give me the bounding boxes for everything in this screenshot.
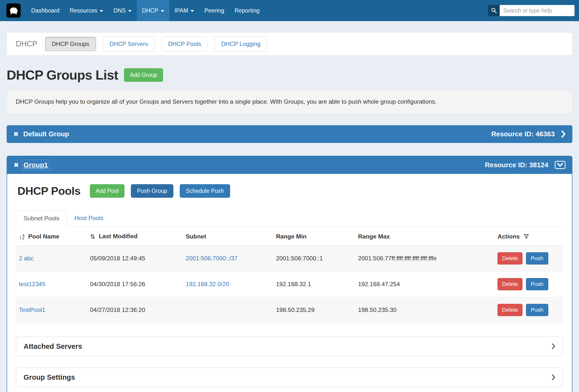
subnet-link[interactable]: 2001:506:7000::/37 xyxy=(186,255,238,262)
group-bar-default-group[interactable]: ✖ Default Group Resource ID: 46363 xyxy=(7,125,572,143)
dhcp-subnav: DHCP DHCP Groups DHCP Servers DHCP Pools… xyxy=(7,32,572,56)
nav-item-reporting[interactable]: Reporting xyxy=(229,0,265,21)
accordion-label: Group Settings xyxy=(24,373,75,382)
tab-dhcp-logging[interactable]: DHCP Logging xyxy=(215,37,267,51)
push-button[interactable]: Push xyxy=(526,304,548,316)
pools-head: DHCP Pools Add Pool Push Group Schedule … xyxy=(16,184,563,198)
top-navbar: Dashboard Resources DNS DHCP IPAM Peerin… xyxy=(0,0,579,21)
accordion-attached-servers[interactable]: Attached Servers xyxy=(16,337,563,356)
last-modified-cell: 04/30/2018 17:56:26 xyxy=(87,271,183,297)
tab-dhcp-servers[interactable]: DHCP Servers xyxy=(103,37,155,51)
col-subnet: Subnet xyxy=(183,227,273,246)
resource-id-label: Resource ID: 46363 xyxy=(491,130,555,138)
range-min-cell: 2001:506:7000::1 xyxy=(273,246,355,271)
group-name-link[interactable]: Group1 xyxy=(24,161,48,169)
mammoth-icon xyxy=(8,5,19,16)
range-max-cell: 192.168.47.254 xyxy=(355,271,495,297)
delete-button[interactable]: Delete xyxy=(498,304,522,316)
delete-button[interactable]: Delete xyxy=(498,252,522,264)
table-row: test12345 04/30/2018 17:56:26 192.168.32… xyxy=(16,271,563,297)
group-panel-group1: ✖ Group1 Resource ID: 38124 DHCP Pools A… xyxy=(7,156,572,392)
col-last-modified: ⇅ Last Modified xyxy=(87,227,183,246)
remove-group-icon[interactable]: ✖ xyxy=(13,162,19,168)
last-modified-cell: 05/09/2018 12:49:45 xyxy=(87,246,183,271)
push-group-button[interactable]: Push Group xyxy=(131,184,173,198)
accordion-label: Attached Servers xyxy=(24,342,82,350)
pool-name-link[interactable]: test12345 xyxy=(19,281,45,287)
nav-item-resources[interactable]: Resources xyxy=(65,0,108,21)
nav-item-dhcp[interactable]: DHCP xyxy=(137,0,169,21)
group-name: Default Group xyxy=(23,130,69,138)
description-well: DHCP Groups help you to organize all of … xyxy=(7,90,572,113)
pools-title: DHCP Pools xyxy=(17,185,80,197)
range-min-cell: 192.168.32.1 xyxy=(273,271,355,297)
chevron-right-icon[interactable] xyxy=(561,130,566,138)
nav-item-ipam[interactable]: IPAM xyxy=(169,0,199,21)
tab-dhcp-groups[interactable]: DHCP Groups xyxy=(45,37,96,51)
col-actions: Actions xyxy=(495,227,563,246)
nav-item-label: Resources xyxy=(70,7,97,14)
group-panel-body: DHCP Pools Add Pool Push Group Schedule … xyxy=(7,174,572,392)
accordion-group-settings[interactable]: Group Settings xyxy=(16,368,563,387)
add-group-button[interactable]: Add Group xyxy=(124,68,163,82)
tab-subnet-pools[interactable]: Subnet Pools xyxy=(16,210,67,227)
col-range-max: Range Max xyxy=(355,227,495,246)
caret-down-icon xyxy=(161,10,164,12)
last-modified-cell: 04/27/2018 12:36:20 xyxy=(87,297,183,323)
provision-logo[interactable] xyxy=(6,3,21,18)
global-search xyxy=(488,5,575,16)
range-min-cell: 198.50.235.29 xyxy=(273,297,355,323)
nav-item-label: DHCP xyxy=(142,7,158,14)
nav-item-label: Peering xyxy=(204,7,224,14)
table-header-row: ↓ A Z Pool Name ⇅ Last Modified xyxy=(16,227,563,246)
search-input[interactable] xyxy=(500,5,575,16)
col-range-min: Range Min xyxy=(273,227,355,246)
caret-down-icon xyxy=(128,10,132,12)
nav-item-peering[interactable]: Peering xyxy=(199,0,229,21)
group-bar-group1[interactable]: ✖ Group1 Resource ID: 38124 xyxy=(7,156,572,174)
resource-id-label: Resource ID: 38124 xyxy=(485,161,548,169)
nav-item-label: Reporting xyxy=(234,7,260,14)
nav-item-label: IPAM xyxy=(175,7,188,14)
page-title: DHCP Groups List xyxy=(7,67,118,82)
nav-item-dashboard[interactable]: Dashboard xyxy=(26,0,65,21)
search-icon[interactable] xyxy=(488,5,500,16)
pools-table: ↓ A Z Pool Name ⇅ Last Modified xyxy=(16,227,563,323)
sort-updown-icon[interactable]: ⇅ xyxy=(90,233,95,240)
nav-item-label: DNS xyxy=(113,7,126,14)
caret-down-icon xyxy=(191,10,194,12)
page-container: DHCP DHCP Groups DHCP Servers DHCP Pools… xyxy=(7,32,572,392)
nav-item-label: Dashboard xyxy=(31,7,60,14)
pool-name-link[interactable]: 2 abc xyxy=(19,255,34,262)
push-button[interactable]: Push xyxy=(526,278,548,290)
page-head: DHCP Groups List Add Group xyxy=(7,67,572,82)
col-pool-name: ↓ A Z Pool Name xyxy=(16,227,87,246)
pool-name-link[interactable]: TestPool1 xyxy=(19,307,45,313)
pools-tabs: Subnet Pools Host Pools xyxy=(16,210,563,227)
table-row: 2 abc 05/09/2018 12:49:45 2001:506:7000:… xyxy=(16,246,563,271)
range-max-cell: 198.50.235.30 xyxy=(355,297,495,323)
delete-button[interactable]: Delete xyxy=(498,278,522,290)
schedule-push-button[interactable]: Schedule Push xyxy=(180,184,230,198)
push-button[interactable]: Push xyxy=(526,252,548,264)
tab-host-pools[interactable]: Host Pools xyxy=(67,210,111,227)
subnav-title: DHCP xyxy=(16,40,37,48)
filter-icon[interactable] xyxy=(524,234,529,239)
table-row: TestPool1 04/27/2018 12:36:20 198.50.235… xyxy=(16,297,563,323)
caret-down-icon xyxy=(100,10,103,12)
subnet-link[interactable]: 192.168.32.0/20 xyxy=(186,281,229,287)
tab-dhcp-pools[interactable]: DHCP Pools xyxy=(162,37,208,51)
collapse-chevron-down-icon[interactable] xyxy=(555,161,566,169)
chevron-right-icon xyxy=(552,343,555,350)
remove-group-icon[interactable]: ✖ xyxy=(13,131,19,137)
sort-alpha-icon[interactable]: ↓ A Z xyxy=(19,234,25,240)
range-max-cell: 2001:506:77ff:ffff:ffff:ffff:ffff:fffe xyxy=(355,246,495,271)
nav-item-dns[interactable]: DNS xyxy=(108,0,137,21)
chevron-right-icon xyxy=(552,374,555,381)
add-pool-button[interactable]: Add Pool xyxy=(90,184,125,198)
